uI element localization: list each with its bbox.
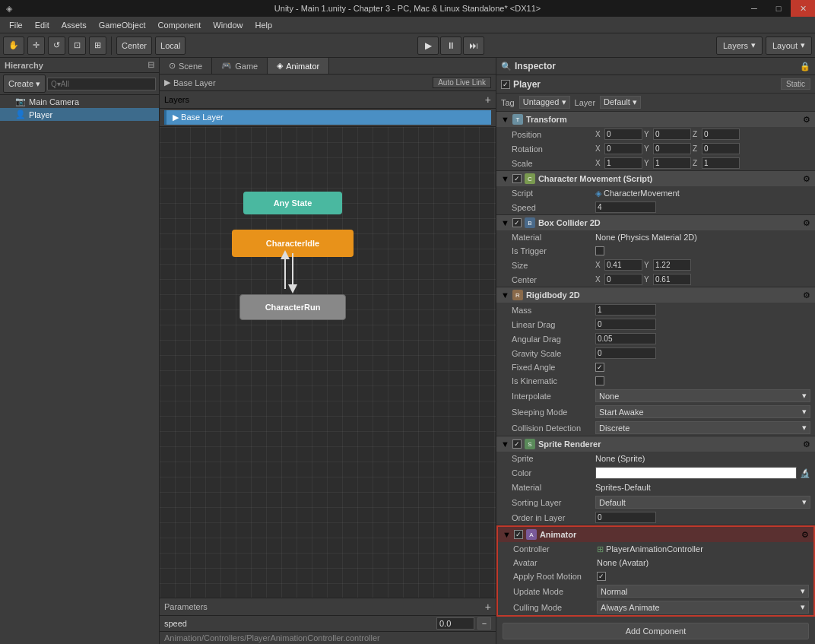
hierarchy-search[interactable] bbox=[47, 78, 156, 90]
inspector-lock-btn[interactable]: 🔒 bbox=[800, 62, 810, 71]
sprite-renderer-header[interactable]: ▼ S Sprite Renderer ⚙ bbox=[496, 436, 815, 452]
char-movement-enabled[interactable] bbox=[512, 174, 522, 183]
transform-header[interactable]: ▼ T Transform ⚙ bbox=[496, 112, 815, 127]
speed-input[interactable] bbox=[595, 201, 656, 213]
position-z[interactable] bbox=[702, 128, 740, 140]
state-any-state[interactable]: Any State bbox=[243, 192, 342, 214]
rotation-x[interactable] bbox=[604, 143, 642, 154]
scale-y[interactable] bbox=[653, 157, 691, 169]
scene-tab-label: Scene bbox=[179, 62, 202, 71]
scale-z[interactable] bbox=[702, 157, 740, 169]
toolbar-sep-1 bbox=[111, 36, 112, 55]
rect-tool[interactable]: ⊞ bbox=[89, 36, 106, 55]
color-eyedropper-icon[interactable]: 🔬 bbox=[800, 468, 810, 478]
add-param-btn[interactable]: + bbox=[485, 601, 491, 613]
hierarchy-create-btn[interactable]: Create ▾ bbox=[3, 75, 46, 93]
step-button[interactable]: ⏭ bbox=[463, 36, 484, 55]
add-layer-btn[interactable]: + bbox=[485, 94, 491, 106]
animator-enabled[interactable] bbox=[514, 530, 523, 539]
pause-button[interactable]: ⏸ bbox=[440, 36, 461, 55]
rotation-z[interactable] bbox=[702, 143, 740, 154]
linear-drag-input[interactable] bbox=[595, 319, 656, 330]
layout-dropdown[interactable]: Layout▾ bbox=[766, 36, 812, 55]
rotate-tool[interactable]: ↺ bbox=[48, 36, 65, 55]
state-character-idle[interactable]: CharacterIdle bbox=[232, 230, 354, 257]
fixed-angle-checkbox[interactable] bbox=[595, 363, 604, 372]
rigidbody-header[interactable]: ▼ R Rigidbody 2D ⚙ bbox=[496, 287, 815, 303]
avatar-label: Avatar bbox=[513, 558, 597, 567]
auto-live-link-btn[interactable]: Auto Live Link bbox=[433, 77, 491, 88]
layer-dropdown[interactable]: Default ▾ bbox=[600, 96, 641, 109]
size-y[interactable] bbox=[653, 259, 691, 271]
maximize-button[interactable]: □ bbox=[766, 0, 791, 17]
param-speed-input[interactable] bbox=[436, 617, 474, 630]
animator-grid[interactable]: Any State CharacterIdle bbox=[160, 127, 496, 598]
param-minus-btn[interactable]: − bbox=[477, 617, 491, 630]
static-button[interactable]: Static bbox=[781, 78, 810, 90]
update-mode-dropdown[interactable]: Normal▾ bbox=[597, 585, 809, 598]
menu-edit[interactable]: Edit bbox=[29, 19, 55, 31]
menu-help[interactable]: Help bbox=[249, 19, 278, 31]
culling-mode-dropdown[interactable]: Always Animate▾ bbox=[597, 601, 809, 614]
character-movement-component: ▼ C Character Movement (Script) ⚙ Script… bbox=[496, 171, 815, 215]
center-x[interactable] bbox=[604, 274, 642, 285]
layers-dropdown[interactable]: Layers▾ bbox=[716, 36, 763, 55]
size-row: Size X Y bbox=[496, 258, 815, 272]
order-in-layer-input[interactable] bbox=[595, 512, 656, 523]
box-collider-enabled[interactable] bbox=[512, 218, 522, 227]
animator-comp-header[interactable]: ▼ A Animator ⚙ bbox=[498, 527, 813, 542]
move-tool[interactable]: ✛ bbox=[27, 36, 45, 55]
apply-root-motion-checkbox[interactable] bbox=[597, 572, 606, 581]
base-layer-item[interactable]: ▶ Base Layer bbox=[164, 110, 491, 125]
kinematic-checkbox[interactable] bbox=[595, 376, 604, 385]
char-movement-header[interactable]: ▼ C Character Movement (Script) ⚙ bbox=[496, 171, 815, 186]
animator-comp-icon: A bbox=[526, 529, 537, 540]
center-button[interactable]: Center bbox=[116, 36, 152, 55]
box-collider-header[interactable]: ▼ B Box Collider 2D ⚙ bbox=[496, 215, 815, 230]
gameobject-active-checkbox[interactable] bbox=[501, 80, 510, 89]
play-button[interactable]: ▶ bbox=[417, 36, 439, 55]
sleeping-mode-dropdown[interactable]: Start Awake▾ bbox=[595, 405, 810, 418]
center-y[interactable] bbox=[653, 274, 691, 285]
scale-x[interactable] bbox=[604, 157, 642, 169]
local-button[interactable]: Local bbox=[155, 36, 186, 55]
box-collider-settings-icon[interactable]: ⚙ bbox=[803, 218, 810, 228]
size-x[interactable] bbox=[604, 259, 642, 271]
tag-dropdown[interactable]: Untagged ▾ bbox=[519, 96, 570, 109]
tab-game[interactable]: 🎮 Game bbox=[212, 58, 268, 74]
position-y[interactable] bbox=[653, 128, 691, 140]
close-button[interactable]: ✕ bbox=[791, 0, 815, 17]
color-picker[interactable] bbox=[595, 467, 797, 479]
sprite-renderer-enabled[interactable] bbox=[512, 439, 522, 449]
interpolate-dropdown[interactable]: None▾ bbox=[595, 389, 810, 402]
scale-tool[interactable]: ⊡ bbox=[68, 36, 86, 55]
char-movement-settings-icon[interactable]: ⚙ bbox=[803, 174, 810, 184]
minimize-button[interactable]: ─ bbox=[742, 0, 766, 17]
speed-label: Speed bbox=[512, 203, 595, 212]
position-x[interactable] bbox=[604, 128, 642, 140]
rotation-y[interactable] bbox=[653, 143, 691, 154]
menu-gameobject[interactable]: GameObject bbox=[93, 19, 152, 31]
sprite-renderer-settings-icon[interactable]: ⚙ bbox=[803, 439, 810, 449]
state-character-run[interactable]: CharacterRun bbox=[239, 294, 346, 320]
angular-drag-input[interactable] bbox=[595, 333, 656, 344]
hand-tool[interactable]: ✋ bbox=[3, 36, 24, 55]
transform-settings-icon[interactable]: ⚙ bbox=[803, 115, 810, 125]
menu-component[interactable]: Component bbox=[151, 19, 207, 31]
add-component-button[interactable]: Add Component bbox=[503, 623, 809, 639]
mass-input[interactable] bbox=[595, 304, 656, 316]
collision-detection-dropdown[interactable]: Discrete▾ bbox=[595, 421, 810, 434]
tab-animator[interactable]: ◈ Animator bbox=[268, 58, 329, 74]
menu-assets[interactable]: Assets bbox=[55, 19, 93, 31]
rigidbody-settings-icon[interactable]: ⚙ bbox=[803, 290, 810, 300]
hierarchy-item-camera[interactable]: 📷 Main Camera bbox=[0, 95, 159, 108]
menu-window[interactable]: Window bbox=[207, 19, 249, 31]
menu-file[interactable]: File bbox=[3, 19, 29, 31]
trigger-checkbox[interactable] bbox=[595, 246, 604, 255]
hierarchy-item-player[interactable]: 👤 Player bbox=[0, 108, 159, 121]
inspector-panel: 🔍 Inspector 🔒 Player Static Tag Untagged… bbox=[496, 58, 815, 644]
tab-scene[interactable]: ⊙ Scene bbox=[160, 58, 212, 74]
gravity-scale-input[interactable] bbox=[595, 347, 656, 359]
animator-comp-settings-icon[interactable]: ⚙ bbox=[801, 530, 809, 540]
sorting-layer-dropdown[interactable]: Default▾ bbox=[595, 496, 810, 509]
